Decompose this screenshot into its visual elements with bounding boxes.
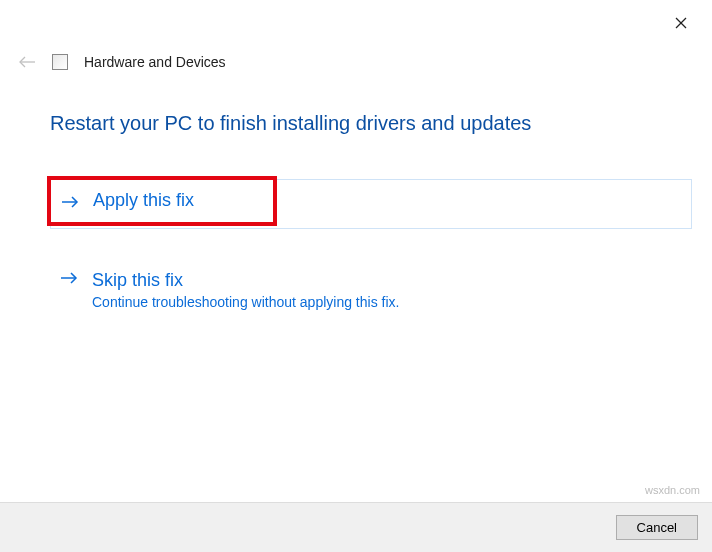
watermark-text: wsxdn.com (645, 484, 700, 496)
option-apply-fix-title: Apply this fix (93, 189, 194, 212)
main-heading: Restart your PC to finish installing dri… (50, 112, 692, 135)
option-skip-fix-subtitle: Continue troubleshooting without applyin… (92, 294, 399, 310)
arrow-right-icon (61, 195, 79, 209)
content-area: Restart your PC to finish installing dri… (50, 112, 692, 336)
option-apply-fix[interactable]: Apply this fix (50, 179, 692, 229)
arrow-right-icon (60, 271, 78, 285)
header: Hardware and Devices (18, 54, 226, 70)
back-arrow-icon (18, 55, 36, 69)
close-button[interactable] (672, 14, 690, 32)
close-icon (675, 17, 687, 29)
cancel-button[interactable]: Cancel (616, 515, 698, 540)
troubleshooter-title: Hardware and Devices (84, 54, 226, 70)
footer: Cancel (0, 502, 712, 552)
option-skip-fix[interactable]: Skip this fix Continue troubleshooting w… (50, 257, 692, 322)
troubleshooter-icon (52, 54, 68, 70)
option-skip-fix-title: Skip this fix (92, 269, 399, 292)
